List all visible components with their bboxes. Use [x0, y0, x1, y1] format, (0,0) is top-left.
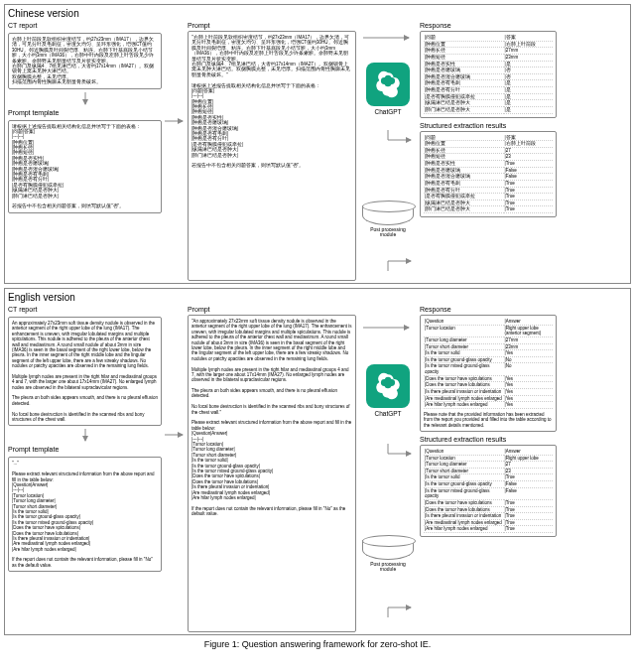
table-row: |肿瘤是否混合磨玻璃|False: [424, 174, 553, 181]
table-row: |Is the tumor solid|True: [424, 474, 553, 481]
table-cell: |Right upper lobe (anterior segment): [504, 326, 553, 337]
table-row: |Tumor long diameter|27mm: [424, 337, 553, 344]
prompt-box-en: "An approximately 27x23mm soft tissue de…: [188, 315, 356, 632]
chatgpt-icon: [366, 63, 410, 106]
table-cell: |True: [504, 201, 553, 207]
section-title-english: English version: [8, 292, 627, 303]
table-cell: |是: [504, 62, 553, 68]
table-cell: |Is there pleural invasion or indentatio…: [424, 513, 504, 520]
figure-caption: Figure 1: Question answering framework f…: [0, 639, 635, 649]
prompt-template-label: Prompt template: [8, 109, 162, 116]
structured-box-en: |Question|Answer|Tumor location|Right up…: [420, 445, 557, 537]
table-row: |Question|Answer: [424, 319, 553, 326]
response-note: Please note that the provided informatio…: [424, 412, 553, 428]
table-cell: |肺门淋巴结是否肿大: [424, 107, 504, 114]
table-cell: |23: [504, 469, 553, 475]
structured-box-cn: |问题|答案|肿瘤位置|右肺上叶前段|肿瘤长径|27|肿瘤短径|23|肿瘤是否实…: [420, 131, 557, 218]
prompt-label: Prompt: [188, 22, 356, 29]
ct-report-text: An approximately 27x23mm soft tissue den…: [12, 321, 158, 422]
table-cell: |23: [504, 154, 553, 161]
response-label: Response: [420, 22, 557, 29]
table-cell: |肿瘤是否有分叶: [424, 87, 504, 94]
table-row: |Tumor location|Right upper lobe: [424, 456, 553, 463]
table-cell: |Tumor short diameter: [424, 344, 504, 351]
prompt-text: "右肺上叶前段见软组织密度结节，约27x23mm（IMA17），边界欠清，可见分…: [191, 35, 352, 169]
table-cell: |肺门淋巴结是否肿大: [424, 206, 504, 213]
table-cell: |True: [504, 507, 553, 514]
table-cell: |Tumor long diameter: [424, 462, 504, 469]
postproc-label: Post processing module: [362, 562, 414, 573]
table-cell: |Tumor location: [424, 326, 504, 337]
table-row: |Is the tumor ground-glass opacity|No: [424, 357, 553, 364]
structured-label: Structured extraction results: [420, 436, 557, 443]
table-row: |是否有胸膜侵犯或牵拉|True: [424, 194, 553, 201]
table-row: |Tumor short diameter|23mm: [424, 344, 553, 351]
table-row: |Tumor location|Right upper lobe (anteri…: [424, 326, 553, 337]
table-cell: |肿瘤是否有毛刺: [424, 80, 504, 87]
table-cell: |Yes: [504, 396, 553, 403]
table-cell: |True: [504, 181, 553, 188]
table-row: |问题|答案: [424, 35, 553, 42]
table-cell: |Does the tumor have lobulations: [424, 382, 504, 389]
prompt-template-text: "..." Please extract relevant structured…: [12, 461, 158, 568]
flow-column: ChatGPT Post processing module: [359, 22, 417, 281]
table-cell: |True: [504, 526, 553, 533]
table-row: |肿瘤短径|23mm: [424, 55, 553, 62]
table-cell: |Are mediastinal lymph nodes enlarged: [424, 396, 504, 403]
table-row: |Does the tumor have lobulations|True: [424, 507, 553, 514]
table-cell: |False: [504, 481, 553, 488]
table-cell: |Answer: [504, 319, 553, 326]
postproc-icon: [362, 540, 414, 560]
prompt-template-text: 请根据上述报告提取相关结构化信息并填写于下面的表格： |问题|答案| |---|…: [12, 124, 158, 209]
table-cell: |Does the tumor have spiculations: [424, 500, 504, 507]
table-row: |Does the tumor have lobulations|Yes: [424, 382, 553, 389]
table-cell: |True: [504, 161, 553, 168]
table-cell: |27mm: [504, 48, 553, 55]
table-cell: |True: [504, 194, 553, 201]
table-cell: |Yes: [504, 382, 553, 389]
table-cell: |肿瘤位置: [424, 141, 504, 148]
table-cell: |Does the tumor have spiculations: [424, 376, 504, 383]
ct-report-label: CT report: [8, 306, 162, 313]
table-cell: |Right upper lobe: [504, 456, 553, 463]
structured-label: Structured extraction results: [420, 122, 557, 129]
table-cell: |Are hilar lymph nodes enlarged: [424, 526, 504, 533]
table-row: |Question|Answer: [424, 449, 553, 456]
table-cell: |Are hilar lymph nodes enlarged: [424, 402, 504, 409]
table-row: |肿瘤短径|23: [424, 154, 553, 161]
table-cell: |23mm: [504, 344, 553, 351]
table-cell: |右肺上叶前段: [504, 42, 553, 49]
table-cell: |No: [504, 357, 553, 364]
flow-column: ChatGPT Post processing module: [359, 306, 417, 632]
table-cell: |否: [504, 67, 553, 74]
table-cell: |Is the tumor mixed ground-glass opacity: [424, 363, 504, 375]
ct-report-text: 右肺上叶前段见软组织密度结节，约27x23mm（IMA17），边界欠清，可见分叶…: [12, 37, 158, 85]
table-cell: |True: [504, 513, 553, 520]
chinese-version-panel: Chinese version CT report 右肺上叶前段见软组织密度结节…: [4, 4, 631, 284]
prompt-template-label: Prompt template: [8, 446, 162, 453]
table-cell: |No: [504, 363, 553, 375]
table-cell: |Tumor location: [424, 456, 504, 463]
table-cell: |Yes: [504, 350, 553, 357]
table-cell: |27: [504, 148, 553, 155]
prompt-template-box-en: "..." Please extract relevant structured…: [8, 457, 162, 572]
table-cell: |Is there pleural invasion or indentatio…: [424, 389, 504, 396]
postproc-label: Post processing module: [362, 227, 414, 238]
table-row: |Is the tumor ground-glass opacity|False: [424, 481, 553, 488]
section-title-chinese: Chinese version: [8, 8, 627, 19]
table-cell: |True: [504, 500, 553, 507]
table-cell: |肿瘤是否磨玻璃: [424, 67, 504, 74]
prompt-label: Prompt: [188, 306, 356, 313]
table-row: |肿瘤位置|右肺上叶前段: [424, 141, 553, 148]
table-row: |肺门淋巴结是否肿大|True: [424, 206, 553, 213]
table-row: |肿瘤是否有毛刺|True: [424, 181, 553, 188]
table-row: |Are mediastinal lymph nodes enlarged|Tr…: [424, 520, 553, 527]
table-cell: |Is the tumor ground-glass opacity: [424, 357, 504, 364]
ct-report-box-cn: 右肺上叶前段见软组织密度结节，约27x23mm（IMA17），边界欠清，可见分叶…: [8, 33, 162, 89]
table-cell: |问题: [424, 35, 504, 42]
table-cell: |Is the tumor mixed ground-glass opacity: [424, 488, 504, 500]
table-row: |Tumor short diameter|23: [424, 469, 553, 475]
table-row: |Is the tumor solid|Yes: [424, 350, 553, 357]
table-cell: |False: [504, 168, 553, 175]
prompt-box-cn: "右肺上叶前段见软组织密度结节，约27x23mm（IMA17），边界欠清，可见分…: [188, 31, 356, 281]
